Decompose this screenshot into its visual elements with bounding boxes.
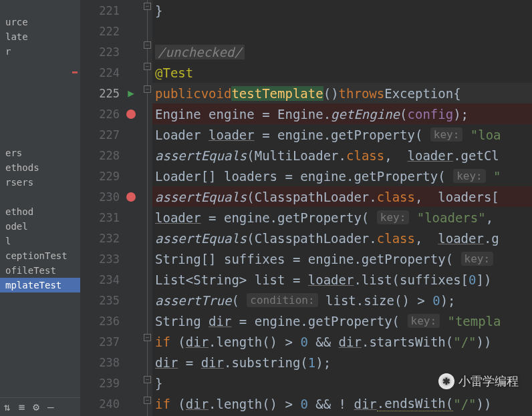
tree-item-selected[interactable]: mplateTest	[0, 278, 80, 292]
tree-item[interactable]: late	[0, 29, 80, 44]
line-number: 221	[99, 4, 120, 17]
tree-item[interactable]: ethod	[0, 204, 80, 219]
code-line[interactable]: Loader[] loaders = engine.getProperty( k…	[152, 166, 532, 186]
tree-item[interactable]: ceptionTest	[0, 248, 80, 263]
fold-toggle[interactable]: −	[144, 3, 151, 10]
line-number: 232	[99, 232, 120, 245]
tree-item[interactable]: odel	[0, 219, 80, 234]
line-number: 237	[99, 335, 120, 349]
line-number: 239	[99, 377, 120, 390]
breakpoint-icon[interactable]	[126, 110, 136, 119]
code-line[interactable]: @Test	[152, 62, 532, 83]
line-number: 233	[99, 252, 120, 266]
code-line[interactable]: /unchecked/	[152, 41, 532, 62]
line-number: 235	[99, 294, 120, 307]
fold-toggle[interactable]: −	[144, 85, 151, 93]
line-number: 228	[99, 149, 120, 162]
fold-toggle[interactable]: −	[144, 63, 151, 70]
collapse-icon[interactable]: —	[47, 401, 54, 413]
line-number: 230	[99, 190, 120, 204]
watermark-text: 小雷学编程	[458, 373, 519, 389]
code-line[interactable]: String[] suffixes = engine.getProperty( …	[152, 248, 532, 269]
code-line[interactable]: String dir = engine.getProperty( key: "t…	[152, 310, 532, 331]
line-number: 231	[99, 211, 120, 224]
line-number: 222	[99, 25, 120, 38]
code-line[interactable]: List<String> list = loader.list(suffixes…	[152, 269, 532, 290]
tree-item[interactable]: rsers	[0, 175, 80, 190]
line-number: 229	[99, 170, 120, 183]
code-line[interactable]: Engine engine = Engine.getEngine(config)…	[152, 103, 532, 124]
line-number: 227	[99, 128, 120, 142]
code-line[interactable]: }	[152, 0, 532, 21]
code-line[interactable]: assertEquals(ClasspathLoader.class, load…	[152, 186, 532, 207]
code-line[interactable]: Loader loader = engine.getProperty( key:…	[152, 124, 532, 145]
code-line[interactable]: loader = engine.getProperty( key: "loade…	[152, 207, 532, 228]
watermark: ✱ 小雷学编程	[438, 373, 519, 389]
line-number: 238	[99, 356, 120, 369]
tree-item[interactable]: urce	[0, 15, 80, 29]
run-test-icon[interactable]: ▶	[128, 87, 134, 99]
structure-toolbar: ⇅ ≡ ⚙ —	[0, 397, 80, 416]
code-line[interactable]: assertEquals(MultiLoader.class, loader.g…	[152, 145, 532, 166]
code-line[interactable]: assertEquals(ClasspathLoader.class, load…	[152, 228, 532, 248]
code-editor[interactable]: } /unchecked/ @Test public void testTemp…	[152, 0, 532, 416]
tree-item[interactable]: ers	[0, 146, 80, 160]
breakpoint-icon[interactable]	[126, 192, 136, 202]
line-number: 234	[99, 273, 120, 286]
fold-toggle[interactable]: −	[144, 376, 151, 383]
editor-gutter[interactable]: 221 222 223 224 225▶ 226 227 228 229 230…	[80, 0, 147, 416]
project-sidebar[interactable]: urce late r ers ethods rsers ethod odel …	[0, 0, 80, 416]
code-line[interactable]: assertTrue( condition: list.size() > 0);	[152, 290, 532, 310]
code-line[interactable]: public void testTemplate() throws Except…	[152, 83, 532, 103]
tree-item[interactable]: ethods	[0, 160, 80, 175]
line-number: 236	[99, 315, 120, 328]
fold-column: − − − − − − −	[143, 0, 152, 416]
code-line[interactable]: if (dir.length() > 0 && ! dir.endsWith("…	[152, 393, 532, 414]
fold-toggle[interactable]: −	[144, 334, 151, 341]
line-number: 224	[99, 66, 120, 79]
tree-item[interactable]: r	[0, 44, 80, 59]
line-number: 240	[99, 397, 120, 411]
code-line[interactable]	[152, 21, 532, 41]
modified-marker	[72, 71, 78, 73]
tree-item[interactable]: l	[0, 234, 80, 248]
settings-icon[interactable]: ⚙	[33, 401, 39, 413]
line-number: 225	[99, 87, 120, 100]
expand-icon[interactable]: ≡	[19, 401, 25, 413]
filter-icon[interactable]: ⇅	[4, 401, 11, 413]
code-line[interactable]: if (dir.length() > 0 && dir.startsWith("…	[152, 331, 532, 352]
code-line[interactable]: dir = dir.substring(1);	[152, 352, 532, 373]
line-number: 223	[99, 45, 120, 59]
fold-toggle[interactable]: −	[144, 41, 151, 49]
tree-item[interactable]: ofileTest	[0, 263, 80, 278]
fold-toggle[interactable]: −	[144, 397, 151, 404]
wechat-icon: ✱	[438, 373, 454, 389]
line-number: 226	[99, 108, 120, 121]
